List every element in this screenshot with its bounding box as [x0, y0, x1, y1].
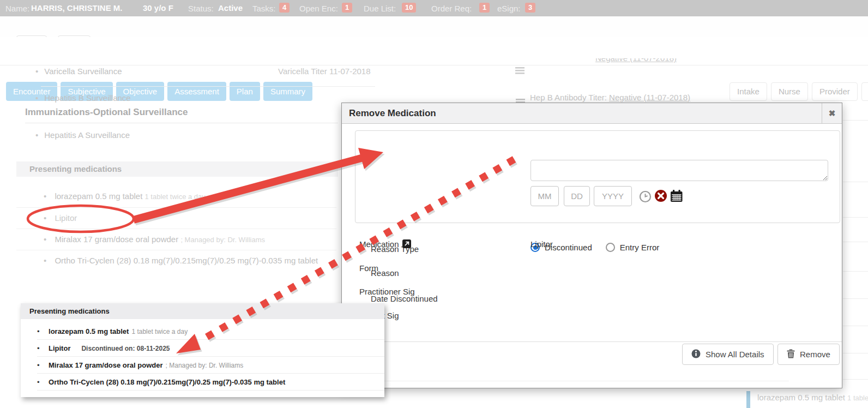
- order-req-label: Order Req:: [431, 4, 472, 13]
- hep-b-result: Hep B Antibody Titer: Negative (11-07-20…: [530, 93, 690, 102]
- med-item-bg: Ortho Tri-Cyclen (28) 0.18 mg(7)/0.215mg…: [44, 256, 318, 265]
- date-dd-input[interactable]: [564, 186, 590, 206]
- list-item: lorazepam 0.5 mg tablet1 tablet twice a …: [37, 323, 384, 340]
- tab-plan[interactable]: Plan: [230, 82, 260, 101]
- info-icon: [691, 349, 701, 360]
- hep-b-surveillance-item: Hepatitis B Surveillance: [35, 93, 131, 103]
- row-divider: [843, 242, 868, 242]
- clear-date-icon[interactable]: [654, 189, 668, 203]
- show-all-details-button[interactable]: Show All Details: [682, 344, 774, 365]
- remove-button[interactable]: Remove: [777, 344, 840, 365]
- modal-header: Remove Medication ✖: [342, 103, 842, 124]
- radio-entry-error[interactable]: [606, 243, 615, 252]
- row-divider: [843, 120, 868, 121]
- varicella-result-link-clipped[interactable]: Negative (11-07-2018): [595, 58, 688, 65]
- tasks-badge[interactable]: 4: [279, 3, 290, 13]
- clock-icon[interactable]: [638, 189, 652, 203]
- med-divider: [16, 207, 336, 208]
- remove-medication-modal: Remove Medication ✖ Reason Type Disconti…: [341, 103, 842, 388]
- medication-popout-icon[interactable]: [402, 239, 411, 250]
- open-enc-badge[interactable]: 1: [342, 3, 352, 13]
- varicella-titer-detail: Varicella Titer 11-07-2018: [278, 67, 371, 76]
- date-mm-input[interactable]: [531, 186, 559, 206]
- med-divider: [16, 250, 336, 250]
- med-item-bg-lipitor: Lipitor: [44, 213, 77, 223]
- result-screenshot-box: Presenting medications lorazepam 0.5 mg …: [21, 303, 384, 397]
- list-menu-icon[interactable]: [515, 67, 525, 76]
- role-tabs: Intake Nurse Provider Depar: [730, 82, 868, 101]
- med-divider: [16, 229, 336, 229]
- esign-label: eSign:: [497, 4, 521, 13]
- med-item-bg-peek: lorazepam 0.5 mg tablet 1 tablet t: [757, 393, 868, 402]
- reason-input[interactable]: [531, 160, 828, 181]
- heading-divider: [25, 123, 338, 123]
- close-icon[interactable]: ✖: [822, 103, 842, 123]
- patient-age-sex: 30 y/o F: [143, 3, 173, 13]
- med-item-bg: lorazepam 0.5 mg tablet 1 tablet twice a…: [44, 191, 206, 201]
- practitioner-sig-label: Practitioner Sig: [359, 287, 415, 296]
- optional-surveillance-heading: Immunizations-Optional Surveillance: [25, 107, 188, 118]
- patient-name: HARRIS, CHRISTINE M.: [31, 3, 123, 13]
- app-root: Name: HARRIS, CHRISTINE M. 30 y/o F Stat…: [0, 0, 868, 408]
- list-item: Miralax 17 gram/dose oral powder; Manage…: [37, 357, 384, 374]
- tasks-label: Tasks:: [252, 4, 276, 13]
- tab-provider[interactable]: Provider: [812, 82, 858, 101]
- med-row-accent-bar: [746, 391, 750, 408]
- varicella-surveillance-item: Varicella Surveillance: [35, 67, 122, 76]
- hep-b-result-link[interactable]: Negative (11-07-2018): [609, 93, 690, 102]
- medication-value: Lipitor: [531, 239, 553, 249]
- name-label: Name:: [5, 4, 29, 13]
- hep-b-result-label: Hep B Antibody Titer:: [530, 93, 609, 102]
- radio-entry-error-label[interactable]: Entry Error: [620, 243, 660, 252]
- med-item-bg: Miralax 17 gram/dose oral powder ; Manag…: [44, 235, 265, 244]
- row-divider: [843, 217, 868, 218]
- tab-nurse[interactable]: Nurse: [771, 82, 808, 101]
- list-item: Ortho Tri-Cyclen (28) 0.18 mg(7)/0.215mg…: [37, 374, 384, 391]
- tab-intake[interactable]: Intake: [730, 82, 767, 101]
- row-divider: [843, 353, 868, 353]
- result-med-list: lorazepam 0.5 mg tablet1 tablet twice a …: [21, 319, 384, 391]
- modal-title: Remove Medication: [349, 103, 436, 123]
- due-list-badge[interactable]: 10: [402, 3, 416, 13]
- due-list-label: Due List:: [364, 4, 396, 13]
- trash-icon: [787, 349, 795, 360]
- section-tabbar: Encounter Subjective Objective Assessmen…: [0, 37, 868, 65]
- row-divider: [843, 379, 868, 380]
- row-divider: [843, 298, 868, 299]
- esign-badge[interactable]: 3: [525, 3, 535, 13]
- presenting-meds-header-bg: Presenting medications: [16, 161, 338, 177]
- patient-info-bar: Name: HARRIS, CHRISTINE M. 30 y/o F Stat…: [0, 0, 868, 16]
- status-label: Status:: [188, 4, 214, 13]
- status-value: Active: [218, 3, 243, 13]
- modal-footer-divider: [342, 341, 842, 342]
- date-yyyy-input[interactable]: [594, 186, 632, 206]
- tab-assessment[interactable]: Assessment: [167, 82, 226, 101]
- medication-label: Medication: [359, 239, 411, 250]
- row-divider: [342, 381, 789, 381]
- tab-summary[interactable]: Summary: [263, 82, 312, 101]
- row-divider: [843, 326, 868, 326]
- list-item-lipitor-discontinued: LipitorDiscontinued on: 08-11-2025: [37, 340, 384, 357]
- tab-departure[interactable]: Depar: [861, 82, 868, 101]
- form-label: Form: [359, 263, 378, 273]
- open-enc-label: Open Enc:: [299, 4, 338, 13]
- row-divider: [41, 86, 375, 87]
- order-req-badge[interactable]: 1: [479, 3, 490, 13]
- encounter-bar: Visit View Enc #: 135 Date: 08-11-2025: [0, 16, 868, 37]
- row-divider: [843, 182, 868, 182]
- presenting-meds-header-result: Presenting medications: [21, 303, 384, 319]
- row-divider: [843, 271, 868, 272]
- hep-a-surveillance-item: Hepatitis A Surveillance: [35, 130, 130, 140]
- calendar-icon[interactable]: [670, 189, 684, 203]
